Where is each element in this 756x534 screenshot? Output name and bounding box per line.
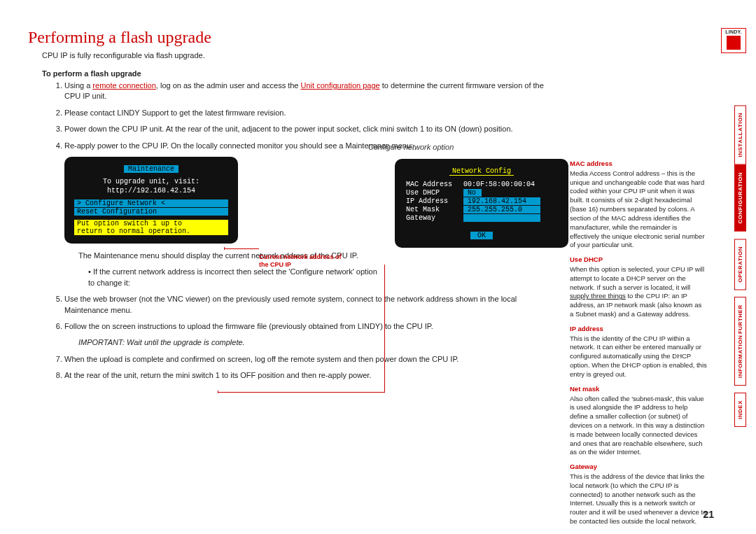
callout-current-network-address: Current network address of the CPU IP [259,253,343,269]
maint-opt-reset-config: Reset Configuration [74,208,228,216]
netcfg-ip-label: IP Address [406,197,463,205]
tab-further-information-a: FURTHER [737,304,743,334]
maint-hint-1: Put option switch 1 up to [74,220,228,227]
def-dhcp-heading: Use DHCP [570,255,707,265]
configure-network-caption: Configure network option [368,143,454,151]
remote-connection-link[interactable]: remote connection [92,81,156,90]
def-dhcp-text-a: When this option is selected, your CPU I… [570,265,704,291]
lindy-logo-text: LINDY. [725,29,741,34]
netcfg-gw-label: Gateway [406,214,463,222]
page-number: 21 [703,509,714,520]
def-mask-heading: Net mask [570,385,707,394]
step-8: At the rear of the unit, return the mini… [64,370,560,381]
step-2: Please contact LINDY Support to get the … [64,108,560,118]
def-mask-text: Also often called the 'subnet-mask', thi… [570,395,707,458]
lindy-logo: LINDY. [721,28,746,53]
network-config-terminal: Network Config MAC Address00:0F:58:00:00… [395,159,568,248]
def-dhcp-text: When this option is selected, your CPU I… [570,265,707,319]
def-ip-heading: IP address [570,325,707,334]
tab-further-information[interactable]: INFORMATION FURTHER [734,297,746,386]
important-note: IMPORTANT: Wait until the upgrade is com… [78,337,560,348]
sub-heading: To perform a flash upgrade [42,69,560,78]
page-title: Performing a flash upgrade [28,28,560,47]
tab-configuration[interactable]: CONFIGURATION [734,164,746,231]
step-5: Use the web browser (not the VNC viewer)… [64,294,560,316]
step-7: When the upload is complete and confirme… [64,354,560,365]
supply-three-things-link[interactable]: supply three things [570,292,626,300]
maint-line2: http://192.168.42.154 [74,186,228,195]
netcfg-mac-label: MAC Address [406,181,463,188]
maint-opt-configure-network: > Configure Network < [74,199,228,207]
tab-installation[interactable]: INSTALLATION [734,105,746,164]
maint-hint-2: return to normal operation. [74,227,228,235]
def-gateway-heading: Gateway [570,463,707,472]
tab-further-information-b: INFORMATION [737,335,743,378]
step-1-text-b: , log on as the admin user and access th… [156,81,301,90]
netcfg-dhcp-label: Use DHCP [406,189,463,197]
def-ip-text: This is the identity of the CPU IP withi… [570,335,707,379]
def-gateway-text: This is the address of the device that l… [570,472,707,526]
callout-leader-line [224,248,259,249]
step-3: Power down the CPU IP unit. At the rear … [64,124,560,134]
def-mac-text: Media Access Control address – this is t… [570,169,707,250]
unit-config-page-link[interactable]: Unit configuration page [301,81,380,90]
callout-leader-tick [224,247,225,250]
step-1-text-a: Using a [64,81,92,90]
step-4: Re-apply power to the CPU IP. On the loc… [64,141,560,151]
config-leader-horizontal [218,392,385,393]
definitions-column: MAC address Media Access Control address… [560,28,707,528]
side-tab-bar: INSTALLATION CONFIGURATION OPERATION INF… [734,105,746,427]
maint-title: Maintenance [124,165,178,173]
bullet-configure-network: • If the current network address is inco… [88,267,560,288]
tab-index[interactable]: INDEX [734,393,746,427]
maintenance-terminal: Maintenance To upgrade unit, visit: http… [64,157,238,244]
lindy-logo-square-icon [727,36,741,50]
def-mac-heading: MAC address [570,160,707,169]
netcfg-mac-value: 00:0F:58:00:00:04 [463,181,535,188]
netcfg-mask-label: Net Mask [406,206,463,213]
step-1: Using a remote connection, log on as the… [64,80,560,102]
netcfg-title: Network Config [449,167,514,176]
step-6: Follow the on screen instructions to upl… [64,321,560,332]
config-leader-vertical [384,265,385,392]
netcfg-dhcp-value: No [463,189,482,197]
maint-line1: To upgrade unit, visit: [74,177,228,186]
netcfg-ip-value: 192.168.42.154 [463,197,540,205]
netcfg-mask-value: 255.255.255.0 [463,206,540,213]
netcfg-gw-value [463,214,540,222]
tab-operation[interactable]: OPERATION [734,239,746,290]
intro-text: CPU IP is fully reconfigurable via flash… [42,51,560,59]
config-leader-tick [218,391,218,393]
netcfg-ok-button: OK [470,232,493,239]
